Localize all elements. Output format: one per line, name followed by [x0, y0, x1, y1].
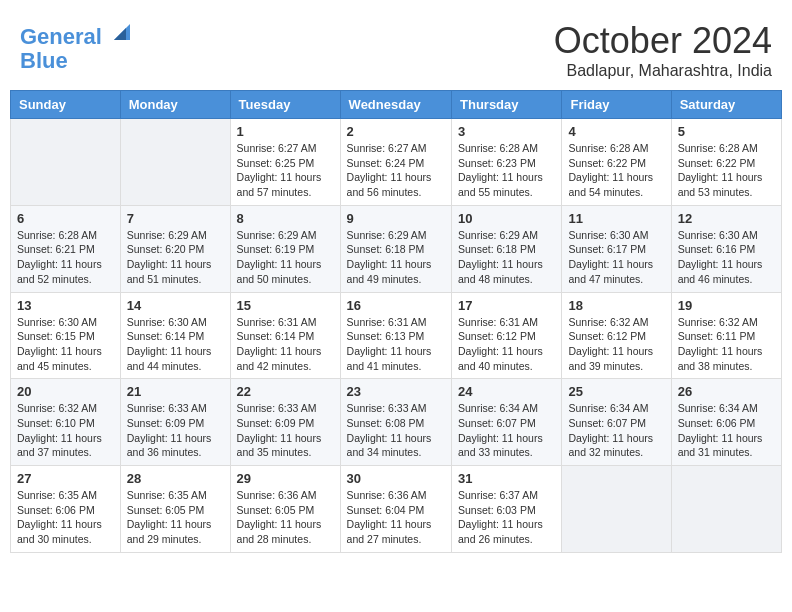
day-info: Sunrise: 6:37 AMSunset: 6:03 PMDaylight:…: [458, 488, 555, 547]
calendar-day-cell: [11, 119, 121, 206]
calendar-day-cell: 9Sunrise: 6:29 AMSunset: 6:18 PMDaylight…: [340, 205, 451, 292]
location-title: Badlapur, Maharashtra, India: [554, 62, 772, 80]
day-info: Sunrise: 6:33 AMSunset: 6:09 PMDaylight:…: [237, 401, 334, 460]
calendar-week-row: 1Sunrise: 6:27 AMSunset: 6:25 PMDaylight…: [11, 119, 782, 206]
day-number: 19: [678, 298, 775, 313]
day-info: Sunrise: 6:30 AMSunset: 6:17 PMDaylight:…: [568, 228, 664, 287]
calendar-day-cell: 25Sunrise: 6:34 AMSunset: 6:07 PMDayligh…: [562, 379, 671, 466]
calendar-day-cell: 20Sunrise: 6:32 AMSunset: 6:10 PMDayligh…: [11, 379, 121, 466]
day-number: 26: [678, 384, 775, 399]
day-info: Sunrise: 6:31 AMSunset: 6:12 PMDaylight:…: [458, 315, 555, 374]
weekday-header: Saturday: [671, 91, 781, 119]
weekday-header: Thursday: [452, 91, 562, 119]
calendar-day-cell: 2Sunrise: 6:27 AMSunset: 6:24 PMDaylight…: [340, 119, 451, 206]
day-number: 16: [347, 298, 445, 313]
day-info: Sunrise: 6:29 AMSunset: 6:18 PMDaylight:…: [458, 228, 555, 287]
day-info: Sunrise: 6:31 AMSunset: 6:14 PMDaylight:…: [237, 315, 334, 374]
day-info: Sunrise: 6:32 AMSunset: 6:10 PMDaylight:…: [17, 401, 114, 460]
day-number: 21: [127, 384, 224, 399]
day-info: Sunrise: 6:33 AMSunset: 6:09 PMDaylight:…: [127, 401, 224, 460]
day-number: 18: [568, 298, 664, 313]
day-number: 9: [347, 211, 445, 226]
day-number: 10: [458, 211, 555, 226]
weekday-header: Wednesday: [340, 91, 451, 119]
day-number: 17: [458, 298, 555, 313]
logo: General Blue: [20, 20, 134, 73]
calendar-day-cell: 24Sunrise: 6:34 AMSunset: 6:07 PMDayligh…: [452, 379, 562, 466]
day-info: Sunrise: 6:27 AMSunset: 6:25 PMDaylight:…: [237, 141, 334, 200]
day-info: Sunrise: 6:28 AMSunset: 6:23 PMDaylight:…: [458, 141, 555, 200]
day-info: Sunrise: 6:30 AMSunset: 6:14 PMDaylight:…: [127, 315, 224, 374]
calendar-day-cell: 1Sunrise: 6:27 AMSunset: 6:25 PMDaylight…: [230, 119, 340, 206]
calendar-day-cell: 23Sunrise: 6:33 AMSunset: 6:08 PMDayligh…: [340, 379, 451, 466]
calendar-day-cell: 11Sunrise: 6:30 AMSunset: 6:17 PMDayligh…: [562, 205, 671, 292]
weekday-header: Tuesday: [230, 91, 340, 119]
day-info: Sunrise: 6:32 AMSunset: 6:12 PMDaylight:…: [568, 315, 664, 374]
day-info: Sunrise: 6:27 AMSunset: 6:24 PMDaylight:…: [347, 141, 445, 200]
day-number: 3: [458, 124, 555, 139]
day-info: Sunrise: 6:30 AMSunset: 6:16 PMDaylight:…: [678, 228, 775, 287]
calendar-day-cell: 5Sunrise: 6:28 AMSunset: 6:22 PMDaylight…: [671, 119, 781, 206]
day-number: 27: [17, 471, 114, 486]
day-info: Sunrise: 6:33 AMSunset: 6:08 PMDaylight:…: [347, 401, 445, 460]
calendar-day-cell: 8Sunrise: 6:29 AMSunset: 6:19 PMDaylight…: [230, 205, 340, 292]
calendar-day-cell: 21Sunrise: 6:33 AMSunset: 6:09 PMDayligh…: [120, 379, 230, 466]
day-number: 28: [127, 471, 224, 486]
day-number: 6: [17, 211, 114, 226]
svg-marker-1: [114, 28, 126, 40]
title-section: October 2024 Badlapur, Maharashtra, Indi…: [554, 20, 772, 80]
day-number: 31: [458, 471, 555, 486]
day-number: 4: [568, 124, 664, 139]
day-info: Sunrise: 6:30 AMSunset: 6:15 PMDaylight:…: [17, 315, 114, 374]
day-number: 20: [17, 384, 114, 399]
calendar-day-cell: 18Sunrise: 6:32 AMSunset: 6:12 PMDayligh…: [562, 292, 671, 379]
day-info: Sunrise: 6:36 AMSunset: 6:04 PMDaylight:…: [347, 488, 445, 547]
day-info: Sunrise: 6:35 AMSunset: 6:06 PMDaylight:…: [17, 488, 114, 547]
day-number: 12: [678, 211, 775, 226]
day-info: Sunrise: 6:35 AMSunset: 6:05 PMDaylight:…: [127, 488, 224, 547]
calendar-day-cell: 6Sunrise: 6:28 AMSunset: 6:21 PMDaylight…: [11, 205, 121, 292]
day-number: 23: [347, 384, 445, 399]
calendar-week-row: 6Sunrise: 6:28 AMSunset: 6:21 PMDaylight…: [11, 205, 782, 292]
calendar-day-cell: 15Sunrise: 6:31 AMSunset: 6:14 PMDayligh…: [230, 292, 340, 379]
day-info: Sunrise: 6:36 AMSunset: 6:05 PMDaylight:…: [237, 488, 334, 547]
day-number: 15: [237, 298, 334, 313]
header: General Blue October 2024 Badlapur, Maha…: [10, 10, 782, 85]
calendar-day-cell: [671, 466, 781, 553]
calendar-day-cell: 10Sunrise: 6:29 AMSunset: 6:18 PMDayligh…: [452, 205, 562, 292]
day-number: 25: [568, 384, 664, 399]
day-number: 2: [347, 124, 445, 139]
calendar-week-row: 20Sunrise: 6:32 AMSunset: 6:10 PMDayligh…: [11, 379, 782, 466]
calendar-day-cell: 7Sunrise: 6:29 AMSunset: 6:20 PMDaylight…: [120, 205, 230, 292]
calendar-day-cell: 28Sunrise: 6:35 AMSunset: 6:05 PMDayligh…: [120, 466, 230, 553]
calendar-day-cell: 12Sunrise: 6:30 AMSunset: 6:16 PMDayligh…: [671, 205, 781, 292]
calendar-day-cell: [562, 466, 671, 553]
logo-general: General: [20, 24, 102, 49]
day-number: 14: [127, 298, 224, 313]
day-number: 29: [237, 471, 334, 486]
weekday-header: Sunday: [11, 91, 121, 119]
calendar-week-row: 13Sunrise: 6:30 AMSunset: 6:15 PMDayligh…: [11, 292, 782, 379]
logo-icon: [110, 20, 134, 44]
day-number: 11: [568, 211, 664, 226]
calendar-day-cell: 14Sunrise: 6:30 AMSunset: 6:14 PMDayligh…: [120, 292, 230, 379]
calendar-day-cell: 30Sunrise: 6:36 AMSunset: 6:04 PMDayligh…: [340, 466, 451, 553]
day-info: Sunrise: 6:31 AMSunset: 6:13 PMDaylight:…: [347, 315, 445, 374]
day-info: Sunrise: 6:29 AMSunset: 6:19 PMDaylight:…: [237, 228, 334, 287]
calendar-day-cell: 17Sunrise: 6:31 AMSunset: 6:12 PMDayligh…: [452, 292, 562, 379]
month-title: October 2024: [554, 20, 772, 62]
weekday-header: Monday: [120, 91, 230, 119]
day-number: 7: [127, 211, 224, 226]
calendar-day-cell: 16Sunrise: 6:31 AMSunset: 6:13 PMDayligh…: [340, 292, 451, 379]
day-number: 24: [458, 384, 555, 399]
day-info: Sunrise: 6:34 AMSunset: 6:07 PMDaylight:…: [458, 401, 555, 460]
calendar-day-cell: 29Sunrise: 6:36 AMSunset: 6:05 PMDayligh…: [230, 466, 340, 553]
day-number: 8: [237, 211, 334, 226]
calendar-day-cell: 27Sunrise: 6:35 AMSunset: 6:06 PMDayligh…: [11, 466, 121, 553]
day-info: Sunrise: 6:29 AMSunset: 6:18 PMDaylight:…: [347, 228, 445, 287]
calendar-day-cell: 31Sunrise: 6:37 AMSunset: 6:03 PMDayligh…: [452, 466, 562, 553]
day-info: Sunrise: 6:29 AMSunset: 6:20 PMDaylight:…: [127, 228, 224, 287]
day-number: 22: [237, 384, 334, 399]
weekday-header: Friday: [562, 91, 671, 119]
day-number: 1: [237, 124, 334, 139]
